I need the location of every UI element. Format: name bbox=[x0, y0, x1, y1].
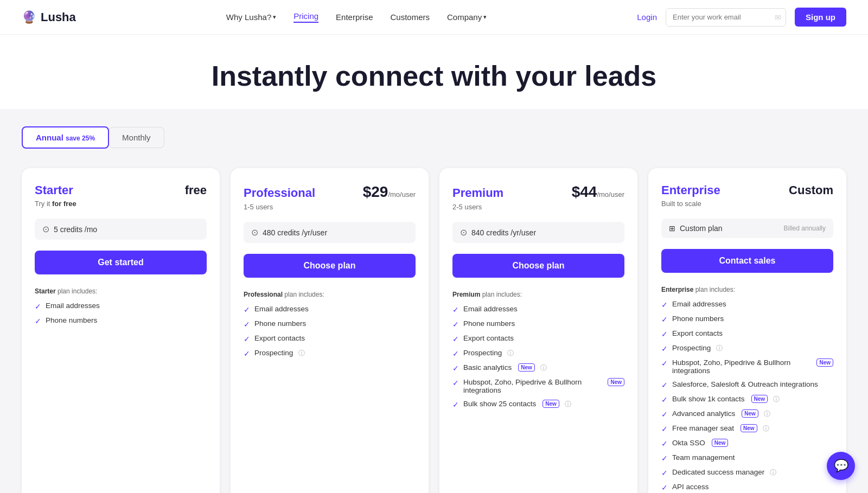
check-icon: ✓ bbox=[452, 349, 459, 358]
plan-header: Enterprise Custom bbox=[661, 183, 833, 197]
nav-customers[interactable]: Customers bbox=[390, 12, 430, 22]
list-item: ✓ Email addresses bbox=[661, 300, 833, 309]
feature-text: Phone numbers bbox=[463, 319, 515, 328]
nav-company[interactable]: Company ▾ bbox=[447, 12, 487, 22]
feature-list: ✓ Email addresses ✓ Phone numbers ✓ Expo… bbox=[452, 305, 624, 409]
check-icon: ✓ bbox=[452, 335, 459, 343]
price-amount: $29 bbox=[363, 183, 388, 200]
plan-card-starter: Starter free Try it for free ⊙ 5 credits… bbox=[22, 168, 220, 493]
nav-right: Login ✉ Sign up bbox=[637, 8, 846, 27]
plan-includes-label: Premium plan includes: bbox=[452, 291, 624, 298]
feature-text: Bulk show 25 contacts bbox=[463, 400, 536, 408]
check-icon: ✓ bbox=[244, 335, 250, 343]
feature-text: Email addresses bbox=[463, 305, 518, 313]
list-item: ✓ Advanced analytics New ⓘ bbox=[661, 409, 833, 419]
feature-list: ✓ Email addresses ✓ Phone numbers bbox=[35, 302, 207, 325]
chevron-down-icon: ▾ bbox=[273, 14, 276, 21]
check-icon: ✓ bbox=[452, 320, 459, 329]
plan-card-professional: Professional $29/mo/user 1-5 users ⊙ 480… bbox=[231, 168, 429, 493]
starter-cta-button[interactable]: Get started bbox=[35, 251, 207, 274]
credits-row: ⊙ 5 credits /mo bbox=[35, 219, 207, 240]
check-icon: ✓ bbox=[452, 400, 459, 409]
plan-includes-label: Enterprise plan includes: bbox=[661, 286, 833, 293]
custom-plan-row: ⊞ Custom plan Billed annually bbox=[661, 219, 833, 238]
logo[interactable]: 🔮 Lusha bbox=[22, 10, 76, 24]
check-icon: ✓ bbox=[661, 330, 668, 338]
new-badge: New bbox=[712, 439, 729, 447]
info-icon[interactable]: ⓘ bbox=[763, 424, 769, 433]
check-icon: ✓ bbox=[661, 469, 668, 477]
check-icon: ✓ bbox=[661, 359, 668, 368]
new-badge: New bbox=[751, 395, 768, 403]
professional-cta-button[interactable]: Choose plan bbox=[244, 254, 416, 278]
info-icon[interactable]: ⓘ bbox=[507, 349, 514, 358]
feature-text: Bulk show 1k contacts bbox=[672, 395, 745, 403]
custom-plan-icon: ⊞ bbox=[669, 224, 675, 233]
plan-card-enterprise: Enterprise Custom Built to scale ⊞ Custo… bbox=[648, 168, 846, 493]
feature-text: Team management bbox=[672, 453, 735, 462]
logo-text: Lusha bbox=[41, 10, 76, 24]
list-item: ✓ Phone numbers bbox=[452, 319, 624, 329]
feature-text: Export contacts bbox=[672, 329, 723, 337]
price-per: /mo/user bbox=[597, 190, 624, 199]
nav-links: Why Lusha? ▾ Pricing Enterprise Customer… bbox=[226, 11, 487, 23]
billed-text: Billed annually bbox=[784, 225, 826, 232]
nav-why-lusha[interactable]: Why Lusha? ▾ bbox=[226, 12, 276, 22]
list-item: ✓ Phone numbers bbox=[35, 316, 207, 325]
billing-toggle: Annual save 25% Monthly bbox=[22, 126, 846, 149]
info-icon[interactable]: ⓘ bbox=[773, 395, 780, 404]
plan-header: Premium $44/mo/user bbox=[452, 183, 624, 201]
save-badge: save 25% bbox=[66, 135, 95, 142]
list-item: ✓ Export contacts bbox=[452, 334, 624, 343]
plan-card-premium: Premium $44/mo/user 2-5 users ⊙ 840 cred… bbox=[439, 168, 637, 493]
feature-text: Hubspot, Zoho, Pipedrive & Bullhorn inte… bbox=[672, 358, 810, 375]
annual-toggle[interactable]: Annual save 25% bbox=[22, 126, 109, 149]
feature-text: Prospecting bbox=[463, 349, 502, 357]
feature-text: Phone numbers bbox=[254, 319, 306, 328]
new-badge: New bbox=[816, 358, 833, 367]
credits-text: 840 credits /yr/user bbox=[471, 228, 536, 237]
check-icon: ✓ bbox=[244, 305, 250, 314]
feature-list: ✓ Email addresses ✓ Phone numbers ✓ Expo… bbox=[661, 300, 833, 492]
feature-text: Phone numbers bbox=[46, 316, 97, 324]
check-icon: ✓ bbox=[452, 379, 459, 387]
email-input[interactable] bbox=[666, 9, 775, 25]
list-item: ✓ API access bbox=[661, 483, 833, 492]
premium-cta-button[interactable]: Choose plan bbox=[452, 254, 624, 278]
check-icon: ✓ bbox=[452, 305, 459, 314]
list-item: ✓ Export contacts bbox=[244, 334, 416, 343]
enterprise-cta-button[interactable]: Contact sales bbox=[661, 249, 833, 273]
check-icon: ✓ bbox=[661, 300, 668, 309]
info-icon[interactable]: ⓘ bbox=[716, 344, 723, 353]
credits-row: ⊙ 480 credits /yr/user bbox=[244, 222, 416, 243]
list-item: ✓ Salesforce, Salesloft & Outreach integ… bbox=[661, 380, 833, 389]
plan-price: $44/mo/user bbox=[572, 183, 624, 201]
feature-text: Export contacts bbox=[254, 334, 305, 342]
plan-name: Starter bbox=[35, 183, 73, 197]
check-icon: ✓ bbox=[661, 315, 668, 324]
info-icon[interactable]: ⓘ bbox=[764, 409, 770, 419]
info-icon[interactable]: ⓘ bbox=[770, 468, 776, 477]
list-item: ✓ Hubspot, Zoho, Pipedrive & Bullhorn in… bbox=[661, 358, 833, 375]
feature-text: Phone numbers bbox=[672, 315, 724, 323]
nav-pricing[interactable]: Pricing bbox=[293, 11, 318, 23]
info-icon[interactable]: ⓘ bbox=[565, 400, 571, 409]
nav-enterprise[interactable]: Enterprise bbox=[336, 12, 373, 22]
feature-text: Hubspot, Zoho, Pipedrive & Bullhorn inte… bbox=[463, 378, 601, 394]
feature-text: Dedicated success manager bbox=[672, 468, 764, 476]
feature-text: Prospecting bbox=[672, 344, 711, 352]
login-link[interactable]: Login bbox=[637, 12, 657, 22]
credits-text: 5 credits /mo bbox=[54, 225, 97, 234]
info-icon[interactable]: ⓘ bbox=[540, 363, 547, 373]
monthly-toggle[interactable]: Monthly bbox=[109, 127, 164, 148]
pricing-section: Annual save 25% Monthly Starter free Try… bbox=[0, 109, 868, 493]
feature-text: Advanced analytics bbox=[672, 409, 735, 418]
chevron-down-icon: ▾ bbox=[483, 14, 487, 21]
check-icon: ✓ bbox=[661, 410, 668, 419]
list-item: ✓ Bulk show 1k contacts New ⓘ bbox=[661, 395, 833, 404]
new-badge: New bbox=[542, 400, 559, 408]
signup-button[interactable]: Sign up bbox=[795, 8, 846, 27]
chat-bubble[interactable]: 💬 bbox=[827, 452, 855, 480]
info-icon[interactable]: ⓘ bbox=[298, 349, 305, 358]
check-icon: ✓ bbox=[661, 425, 668, 433]
